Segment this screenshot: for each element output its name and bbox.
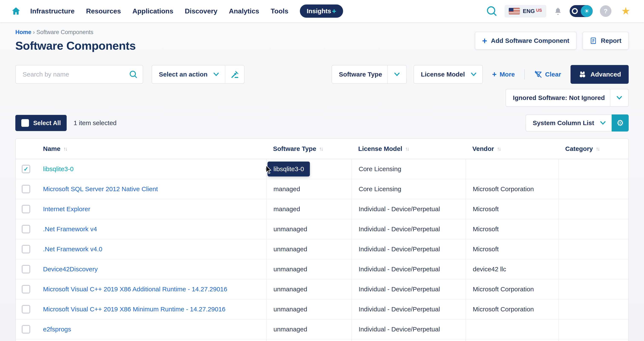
software-name-link[interactable]: .Net Framework v4 [43,225,97,233]
select-all-checkbox[interactable] [21,119,29,127]
vendor-value: Microsoft [473,225,499,233]
software-name-link[interactable]: e2fsprogs [43,326,71,333]
row-checkbox[interactable] [22,305,30,313]
table-row: Microsoft Visual C++ 2019 X86 Minimum Ru… [16,299,628,319]
software-type-value: unmanaged [274,286,307,293]
add-software-component-button[interactable]: + Add Software Component [475,32,577,50]
filter-bar-right: Software Type License Model + More [332,65,629,84]
help-button[interactable]: ? [600,5,612,17]
language-code: ENG [523,8,535,15]
license-model-cell: Individual - Device/Perpetual [352,259,466,279]
select-all-button[interactable]: Select All [15,115,67,131]
name-cell: Microsoft Visual C++ 2019 X86 Additional… [36,279,266,299]
ignored-software-dropdown[interactable]: Ignored Software: Not Ignored [506,89,629,107]
category-cell [558,339,628,341]
row-checkbox[interactable] [22,265,30,273]
row-checkbox[interactable] [22,185,30,193]
software-name-link[interactable]: Microsoft SQL Server 2012 Native Client [43,185,158,193]
more-filters-button[interactable]: + More [490,70,518,79]
column-header-license-model[interactable]: License Model ↑↓ [352,139,466,159]
vendor-cell [466,319,558,339]
software-name-tooltip: libsqlite3-0 [268,162,310,176]
license-model-cell: Core Licensing [352,179,466,199]
category-cell [558,159,628,179]
breadcrumb-home-link[interactable]: Home [15,29,31,35]
vendor-value: Microsoft Corporation [473,286,534,293]
favorites-button[interactable]: ★ [619,6,633,17]
advanced-filters-button[interactable]: Advanced [570,65,629,84]
breadcrumb-separator: › [33,29,35,35]
us-flag-icon [509,8,520,14]
search-icon [486,6,497,17]
column-header-category[interactable]: Category ↑↓ [558,139,628,159]
software-name-link[interactable]: .Net Framework v4.0 [43,245,102,253]
sort-icon: ↑↓ [596,146,599,152]
nav-item-discovery[interactable]: Discovery [185,7,218,15]
search-input[interactable] [22,70,129,78]
sort-icon: ↑↓ [64,146,67,152]
software-name-link[interactable]: libsqlite3-0 [43,165,74,173]
action-dropdown[interactable]: Select an action [152,65,244,84]
clear-filters-button[interactable]: Clear [532,70,564,79]
column-header-software-type[interactable]: Software Type ↑↓ [266,139,352,159]
nav-item-analytics[interactable]: Analytics [229,7,259,15]
row-checkbox[interactable] [22,285,30,293]
row-checkbox[interactable] [22,245,30,253]
question-icon: ? [604,8,608,15]
mouse-cursor [265,165,272,176]
global-search-button[interactable] [486,6,497,17]
name-cell: .Net Framework v4.0 [36,239,266,259]
filter-bar-left: Select an action [15,65,244,84]
category-cell [558,279,628,299]
add-software-component-label: Add Software Component [491,37,569,44]
license-model-filter-dropdown[interactable]: License Model [414,65,483,84]
row-checkbox-cell [16,259,36,279]
nav-item-infrastructure[interactable]: Infrastructure [30,7,74,15]
selection-bar: Select All 1 item selected System Column… [0,114,644,132]
vendor-cell: Microsoft [466,219,558,239]
search-icon[interactable] [129,70,138,79]
home-button[interactable] [11,7,21,16]
table-header: Name ↑↓ Software Type ↑↓ License Model ↑… [16,139,628,159]
row-checkbox[interactable] [22,225,30,233]
software-name-link[interactable]: Microsoft Visual C++ 2019 X86 Minimum Ru… [43,306,226,313]
language-selector[interactable]: ENG US [504,5,546,18]
software-name-link[interactable]: Device42Discovery [43,265,98,273]
theme-toggle[interactable]: ☀ [570,5,593,17]
row-checkbox[interactable] [22,165,30,173]
column-header-vendor[interactable]: Vendor ↑↓ [466,139,558,159]
nav-item-resources[interactable]: Resources [86,7,121,15]
column-header-label: Category [565,145,593,152]
insights-plus-sign: + [332,8,336,15]
license-model-value: Core Licensing [359,185,401,193]
plus-icon: + [492,71,497,78]
filter-bar: Select an action Software Type [0,65,644,84]
report-button[interactable]: Report [582,32,629,50]
column-settings-button[interactable]: ⚙ [612,114,629,132]
bell-icon [554,7,562,16]
bulk-action-gavel-button[interactable] [225,66,244,83]
column-header-label: License Model [358,145,402,152]
title-block: Home › Software Components Software Comp… [15,29,136,52]
software-name-link[interactable]: Microsoft Visual C++ 2019 X86 Additional… [43,286,227,293]
notifications-button[interactable] [554,7,562,16]
software-type-filter-dropdown[interactable]: Software Type [332,65,407,84]
software-name-link[interactable]: Internet Explorer [43,205,90,213]
row-checkbox[interactable] [22,325,30,333]
nav-item-tools[interactable]: Tools [271,7,288,15]
clear-filters-label: Clear [545,71,561,78]
column-header-name[interactable]: Name ↑↓ [36,139,266,159]
license-model-value: Core Licensing [359,165,401,173]
category-cell [558,239,628,259]
column-list-dropdown[interactable]: System Column List [526,114,612,132]
software-type-value: unmanaged [274,326,307,333]
table-row: libsqlite3-0 libsqlite3-0 Core Licensing [16,159,628,179]
row-checkbox-cell [16,339,36,341]
row-checkbox-cell [16,239,36,259]
header-actions: + Add Software Component Report [475,32,629,50]
main-nav: Infrastructure Resources Applications Di… [30,7,288,15]
nav-item-applications[interactable]: Applications [132,7,173,15]
insights-plus-button[interactable]: Insights+ [300,5,343,18]
row-checkbox[interactable] [22,205,30,213]
column-header-label: Vendor [472,145,494,152]
